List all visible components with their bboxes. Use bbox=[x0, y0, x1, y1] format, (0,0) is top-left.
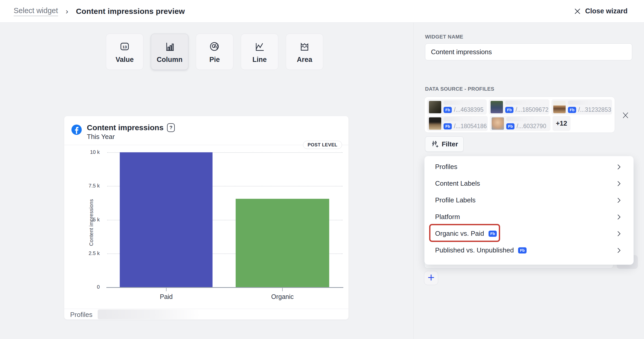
widget-type-label: Area bbox=[297, 56, 312, 64]
widget-type-line[interactable]: Line bbox=[241, 34, 278, 70]
widget-type-label: Pie bbox=[209, 56, 220, 64]
profiles-footer-skeleton bbox=[98, 309, 200, 319]
facebook-badge: Fb bbox=[505, 107, 513, 113]
line-chart-icon bbox=[253, 40, 266, 53]
facebook-badge: Fb bbox=[444, 123, 452, 129]
profile-name-skeleton bbox=[506, 117, 539, 121]
menu-item-label: Organic vs. Paid bbox=[435, 230, 484, 238]
widget-type-pie[interactable]: Pie bbox=[196, 34, 233, 70]
widget-type-column[interactable]: Column bbox=[151, 34, 188, 70]
x-category-organic: Organic bbox=[257, 293, 308, 300]
widget-name-label: WIDGET NAME bbox=[425, 34, 463, 40]
y-tick-label: 2.5 k bbox=[74, 250, 100, 256]
chevron-right-icon bbox=[616, 247, 622, 254]
chevron-right-icon bbox=[616, 180, 622, 187]
widget-preview-card: Content impressions ? This Year POST LEV… bbox=[64, 116, 349, 320]
chevron-right-icon bbox=[616, 214, 622, 220]
profile-chip[interactable]: Fb /...6032790 bbox=[490, 116, 550, 131]
x-tick-mark bbox=[282, 288, 283, 291]
profile-name-skeleton bbox=[568, 101, 601, 105]
chart-title: Content impressions bbox=[87, 123, 163, 132]
profile-name-skeleton bbox=[444, 101, 476, 105]
widget-type-label: Column bbox=[157, 56, 183, 64]
profile-avatar bbox=[492, 117, 504, 130]
facebook-badge: Fb bbox=[568, 107, 576, 113]
facebook-icon bbox=[71, 125, 82, 135]
menu-item-content-labels[interactable]: Content Labels bbox=[425, 175, 633, 192]
profile-id: /...6032790 bbox=[517, 123, 546, 130]
chevron-right-icon bbox=[616, 164, 622, 170]
menu-item-label: Platform bbox=[435, 213, 460, 221]
facebook-badge: Fb bbox=[518, 247, 526, 253]
facebook-badge: Fb bbox=[506, 123, 514, 129]
bar-paid[interactable] bbox=[120, 152, 213, 287]
profile-chip-row: Fb /...4638395 Fb /...18509672 Fb bbox=[427, 99, 612, 115]
widget-type-label: Line bbox=[252, 56, 267, 64]
profile-name-skeleton bbox=[505, 101, 538, 105]
y-tick-label: 0 bbox=[74, 284, 100, 290]
menu-item-label: Profiles bbox=[435, 163, 457, 171]
profile-avatar bbox=[491, 101, 503, 113]
x-category-paid: Paid bbox=[141, 293, 192, 300]
profile-chip[interactable]: Fb /...4638395 bbox=[427, 99, 487, 115]
add-widget-button[interactable]: + bbox=[424, 271, 438, 285]
widget-name-input[interactable] bbox=[425, 43, 632, 60]
profiles-footer-label: Profiles bbox=[70, 311, 93, 319]
page-title: Content impressions preview bbox=[76, 7, 185, 16]
profile-chip[interactable]: Fb /...31232853 bbox=[551, 99, 612, 115]
menu-item-published-vs-unpublished[interactable]: Published vs. Unpublished Fb bbox=[425, 242, 633, 259]
chart-title-row: Content impressions ? bbox=[87, 123, 175, 132]
menu-item-label: Published vs. Unpublished bbox=[435, 246, 514, 254]
column-chart-icon bbox=[163, 40, 176, 53]
clear-data-source-button[interactable] bbox=[621, 110, 630, 120]
breadcrumb-back-link[interactable]: Select widget bbox=[14, 6, 58, 16]
profile-avatar bbox=[553, 101, 566, 113]
breadcrumb-separator: › bbox=[66, 7, 68, 16]
wizard-top-bar: Select widget › Content impressions prev… bbox=[0, 0, 644, 23]
bar-organic[interactable] bbox=[236, 199, 329, 287]
menu-item-label: Content Labels bbox=[435, 180, 480, 187]
menu-item-label: Profile Labels bbox=[435, 196, 476, 204]
facebook-badge: Fb bbox=[489, 231, 497, 237]
profile-id: /...18054186 bbox=[454, 123, 487, 130]
profile-id: /...4638395 bbox=[454, 106, 483, 113]
widget-type-area[interactable]: Area bbox=[286, 34, 323, 70]
card-footer-divider bbox=[64, 309, 348, 309]
menu-item-profile-labels[interactable]: Profile Labels bbox=[425, 192, 633, 209]
filter-button[interactable]: Filter bbox=[425, 136, 464, 152]
profile-name-skeleton bbox=[444, 117, 476, 121]
close-wizard-button[interactable]: Close wizard bbox=[574, 7, 628, 15]
pie-chart-icon bbox=[208, 40, 221, 53]
profile-chip-row: Fb /...18054186 Fb /...6032790 +12 bbox=[427, 116, 612, 131]
widget-type-label: Value bbox=[116, 56, 134, 64]
close-icon bbox=[574, 8, 581, 15]
svg-text:13: 13 bbox=[122, 45, 127, 49]
menu-item-organic-vs-paid[interactable]: Organic vs. Paid Fb bbox=[425, 225, 633, 242]
profile-avatar bbox=[429, 101, 441, 113]
data-source-label: DATA SOURCE - PROFILES bbox=[425, 86, 494, 92]
profile-chip[interactable]: Fb /...18054186 bbox=[427, 116, 488, 131]
filter-dropdown-menu: Profiles Content Labels Profile Labels P… bbox=[424, 156, 634, 265]
menu-item-profiles[interactable]: Profiles bbox=[425, 158, 633, 175]
panel-divider bbox=[413, 23, 414, 339]
chart-subtitle: This Year bbox=[87, 133, 115, 141]
help-icon[interactable]: ? bbox=[167, 123, 175, 132]
profile-id: /...18509672 bbox=[516, 106, 548, 113]
profile-chip[interactable]: Fb /...18509672 bbox=[489, 99, 549, 115]
x-tick-mark bbox=[166, 288, 167, 291]
facebook-badge: Fb bbox=[444, 107, 452, 113]
value-13-icon: 13 bbox=[118, 40, 131, 53]
post-level-badge: POST LEVEL bbox=[303, 141, 342, 149]
more-profiles-chip[interactable]: +12 bbox=[553, 116, 571, 131]
menu-item-platform[interactable]: Platform bbox=[425, 209, 633, 225]
close-wizard-label: Close wizard bbox=[585, 7, 628, 15]
area-chart-icon bbox=[298, 40, 311, 53]
widget-type-value[interactable]: 13 Value bbox=[106, 34, 143, 70]
widget-type-selector: 13 Value Column Pie bbox=[106, 34, 323, 70]
filter-sliders-icon bbox=[431, 140, 439, 148]
y-tick-label: 7.5 k bbox=[74, 183, 100, 189]
filter-button-label: Filter bbox=[442, 140, 458, 148]
bar-chart-plot-area: Paid Organic bbox=[107, 152, 343, 287]
x-axis-line bbox=[106, 287, 343, 288]
chevron-right-icon bbox=[616, 230, 622, 237]
